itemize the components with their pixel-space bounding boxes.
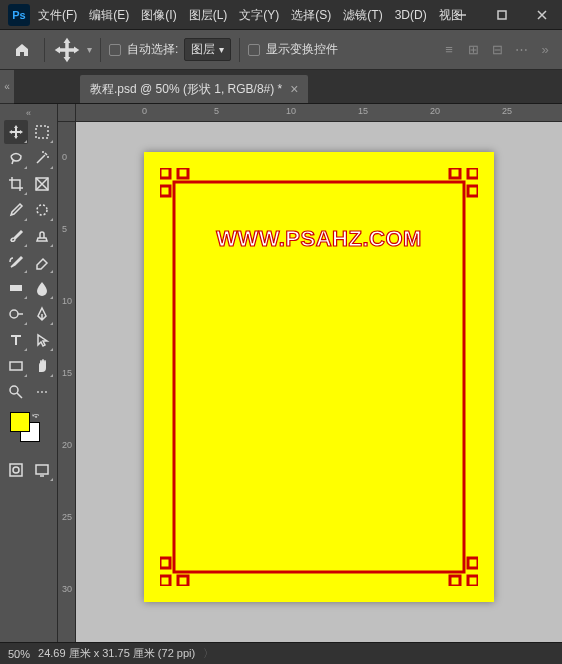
- svg-rect-14: [160, 186, 170, 196]
- crop-tool[interactable]: [4, 172, 28, 196]
- menu-select[interactable]: 选择(S): [287, 5, 335, 26]
- auto-select-checkbox[interactable]: [109, 44, 121, 56]
- history-brush-tool[interactable]: [4, 250, 28, 274]
- toolbox-collapse[interactable]: «: [2, 108, 55, 118]
- svg-rect-15: [450, 168, 460, 178]
- titlebar: Ps 文件(F) 编辑(E) 图像(I) 图层(L) 文字(Y) 选择(S) 滤…: [0, 0, 562, 30]
- document-canvas: WWW.PSAHZ.COM: [144, 152, 494, 602]
- svg-point-5: [10, 310, 18, 318]
- clone-stamp-tool[interactable]: [30, 224, 54, 248]
- svg-point-3: [37, 205, 47, 215]
- status-more-icon[interactable]: 〉: [203, 646, 214, 661]
- canvas-viewport[interactable]: WWW.PSAHZ.COM: [76, 122, 562, 642]
- blur-tool[interactable]: [30, 276, 54, 300]
- eyedropper-tool[interactable]: [4, 198, 28, 222]
- svg-rect-12: [160, 168, 170, 178]
- ruler-vertical[interactable]: 0 5 10 15 20 25 30: [58, 122, 76, 642]
- more-icon[interactable]: ⋯: [512, 41, 530, 59]
- ruler-origin[interactable]: [58, 104, 76, 122]
- ruler-horizontal[interactable]: 0 5 10 15 20 25: [76, 104, 562, 122]
- pen-tool[interactable]: [30, 302, 54, 326]
- rectangle-tool[interactable]: [4, 354, 28, 378]
- healing-tool[interactable]: [30, 198, 54, 222]
- tab-close-icon[interactable]: ×: [290, 81, 298, 97]
- status-bar: 50% 24.69 厘米 x 31.75 厘米 (72 ppi) 〉: [0, 642, 562, 664]
- swap-colors-icon[interactable]: ⤽: [32, 410, 40, 420]
- svg-point-9: [13, 467, 19, 473]
- svg-rect-4: [10, 285, 22, 291]
- svg-rect-8: [10, 464, 22, 476]
- document-tabs: 教程.psd @ 50% (形状 1, RGB/8#) * ×: [0, 70, 562, 104]
- canvas-area: 0 5 10 15 20 25 0 5 10 15 20 25 30: [58, 104, 562, 642]
- brush-tool[interactable]: [4, 224, 28, 248]
- menu-view[interactable]: 视图: [435, 5, 467, 26]
- options-bar: ▾ 自动选择: 图层 显示变换控件 ≡ ⊞ ⊟ ⋯ »: [0, 30, 562, 70]
- menu-3d[interactable]: 3D(D): [391, 6, 431, 24]
- toolbox: « ⋯ ⤽: [0, 104, 58, 642]
- main-area: « ⋯ ⤽: [0, 104, 562, 642]
- magic-wand-tool[interactable]: [30, 146, 54, 170]
- svg-rect-19: [160, 576, 170, 586]
- hand-tool[interactable]: [30, 354, 54, 378]
- svg-rect-22: [450, 576, 460, 586]
- tab-title: 教程.psd @ 50% (形状 1, RGB/8#) *: [90, 81, 282, 98]
- overflow-icon[interactable]: »: [536, 41, 554, 59]
- show-transform-label: 显示变换控件: [266, 41, 338, 58]
- svg-rect-10: [36, 465, 48, 474]
- color-swatches: ⤽: [2, 406, 55, 456]
- menu-filter[interactable]: 滤镜(T): [339, 5, 386, 26]
- distribute-icon[interactable]: ⊟: [488, 41, 506, 59]
- home-button[interactable]: [8, 36, 36, 64]
- quick-mask-tool[interactable]: [4, 458, 28, 482]
- close-button[interactable]: [522, 0, 562, 30]
- svg-point-7: [10, 386, 18, 394]
- auto-select-dropdown[interactable]: 图层: [184, 38, 231, 61]
- frame-tool[interactable]: [30, 172, 54, 196]
- menu-image[interactable]: 图像(I): [137, 5, 180, 26]
- watermark-text: WWW.PSAHZ.COM: [144, 226, 494, 252]
- menubar: 文件(F) 编辑(E) 图像(I) 图层(L) 文字(Y) 选择(S) 滤镜(T…: [0, 4, 467, 26]
- edit-toolbar[interactable]: ⋯: [30, 380, 54, 404]
- menu-layer[interactable]: 图层(L): [185, 5, 232, 26]
- panel-collapse-left[interactable]: «: [0, 70, 14, 104]
- auto-select-label: 自动选择:: [127, 41, 178, 58]
- type-tool[interactable]: [4, 328, 28, 352]
- svg-rect-18: [160, 558, 170, 568]
- show-transform-checkbox[interactable]: [248, 44, 260, 56]
- menu-file[interactable]: 文件(F): [34, 5, 81, 26]
- path-select-tool[interactable]: [30, 328, 54, 352]
- marquee-tool[interactable]: [30, 120, 54, 144]
- menu-type[interactable]: 文字(Y): [235, 5, 283, 26]
- doc-dimensions: 24.69 厘米 x 31.75 厘米 (72 ppi): [38, 646, 195, 661]
- maximize-button[interactable]: [482, 0, 522, 30]
- zoom-tool[interactable]: [4, 380, 28, 404]
- dodge-tool[interactable]: [4, 302, 28, 326]
- zoom-level[interactable]: 50%: [8, 648, 30, 660]
- svg-rect-16: [468, 168, 478, 178]
- align-icon-2[interactable]: ⊞: [464, 41, 482, 59]
- svg-rect-17: [468, 186, 478, 196]
- gradient-tool[interactable]: [4, 276, 28, 300]
- move-tool[interactable]: [4, 120, 28, 144]
- svg-rect-1: [36, 126, 48, 138]
- move-tool-icon[interactable]: [53, 36, 81, 64]
- menu-edit[interactable]: 编辑(E): [85, 5, 133, 26]
- svg-rect-20: [178, 576, 188, 586]
- svg-rect-21: [468, 558, 478, 568]
- lasso-tool[interactable]: [4, 146, 28, 170]
- svg-rect-23: [468, 576, 478, 586]
- document-tab[interactable]: 教程.psd @ 50% (形状 1, RGB/8#) * ×: [80, 75, 308, 103]
- screen-mode-tool[interactable]: [30, 458, 54, 482]
- svg-rect-6: [10, 362, 22, 370]
- align-icon[interactable]: ≡: [440, 41, 458, 59]
- foreground-swatch[interactable]: [10, 412, 30, 432]
- svg-rect-13: [178, 168, 188, 178]
- svg-rect-0: [498, 11, 506, 19]
- eraser-tool[interactable]: [30, 250, 54, 274]
